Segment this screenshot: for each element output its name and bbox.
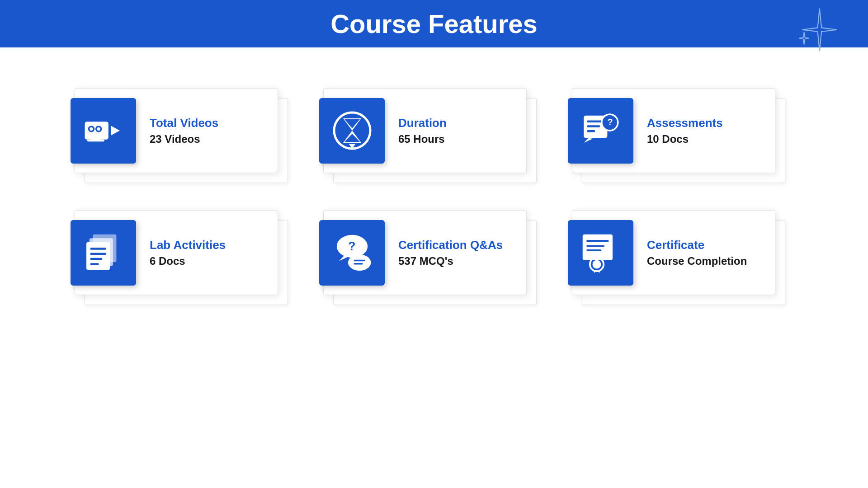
svg-rect-13 [587,130,595,132]
svg-rect-11 [587,121,603,123]
total-videos-label: Total Videos [150,116,218,130]
card-front: ? Assessments 10 Docs [572,88,775,173]
card-duration: Duration 65 Hours [323,88,545,183]
card-certificate: Certificate Course Completion [572,210,793,305]
svg-point-4 [97,127,100,131]
hourglass-icon-box [319,98,385,164]
main-content: Total Videos 23 Videos [0,47,868,332]
card-front: Lab Activities 6 Docs [75,210,278,295]
certificate-value: Course Completion [647,255,747,267]
certification-qas-label: Certification Q&As [398,238,503,252]
documents-icon-box [71,220,136,286]
assessments-text: Assessments 10 Docs [633,116,723,145]
star-decoration [787,5,841,59]
features-row-1: Total Videos 23 Videos [36,88,832,183]
svg-point-8 [334,113,370,149]
assessment-icon: ? [580,110,621,151]
svg-text:?: ? [607,117,613,127]
card-certification-qas: ? Certification Q&As 537 MCQ's [323,210,545,305]
svg-rect-6 [87,140,104,142]
lab-activities-text: Lab Activities 6 Docs [136,238,226,267]
svg-text:?: ? [348,239,356,253]
total-videos-text: Total Videos 23 Videos [136,116,218,145]
total-videos-value: 23 Videos [150,133,218,145]
svg-rect-12 [587,125,600,127]
card-lab-activities: Lab Activities 6 Docs [75,210,296,305]
svg-point-36 [592,260,601,269]
svg-rect-20 [86,242,110,270]
svg-rect-33 [586,245,604,247]
card-front: Certificate Course Completion [572,210,775,295]
certification-qas-text: Certification Q&As 537 MCQ's [385,238,503,267]
chat-question-icon-box: ? [319,220,385,286]
certificate-icon-box [568,220,633,286]
svg-rect-32 [586,240,609,242]
lab-activities-label: Lab Activities [150,238,226,252]
svg-rect-24 [90,263,99,265]
svg-rect-21 [90,248,106,250]
svg-rect-23 [90,258,102,260]
card-front: Total Videos 23 Videos [75,88,278,173]
lab-activities-value: 6 Docs [150,255,226,267]
svg-rect-34 [586,249,601,251]
svg-rect-30 [354,263,363,265]
duration-label: Duration [398,116,447,130]
page-title: Course Features [330,9,538,39]
header: Course Features [0,0,868,47]
duration-text: Duration 65 Hours [385,116,447,145]
hourglass-icon [332,110,373,151]
card-total-videos: Total Videos 23 Videos [75,88,296,183]
certificate-icon [580,232,621,273]
svg-marker-14 [584,138,593,143]
card-assessments: ? Assessments 10 Docs [572,88,793,183]
svg-point-2 [90,127,93,131]
svg-marker-7 [111,126,120,136]
svg-rect-31 [582,235,612,260]
certificate-text: Certificate Course Completion [633,238,747,267]
svg-marker-26 [339,256,349,261]
duration-value: 65 Hours [398,133,447,145]
assessments-value: 10 Docs [647,133,723,145]
certificate-label: Certificate [647,238,747,252]
card-front: Duration 65 Hours [323,88,527,173]
card-front: ? Certification Q&As 537 MCQ's [323,210,527,295]
documents-icon [83,232,124,273]
svg-rect-29 [354,260,365,262]
video-camera-icon [83,110,124,151]
svg-rect-22 [90,253,106,255]
certification-qas-value: 537 MCQ's [398,255,503,267]
features-row-2: Lab Activities 6 Docs ? [36,210,832,305]
chat-question-icon: ? [332,232,373,273]
video-camera-icon-box [71,98,136,164]
svg-point-28 [348,254,371,271]
assessment-icon-box: ? [568,98,633,164]
assessments-label: Assessments [647,116,723,130]
